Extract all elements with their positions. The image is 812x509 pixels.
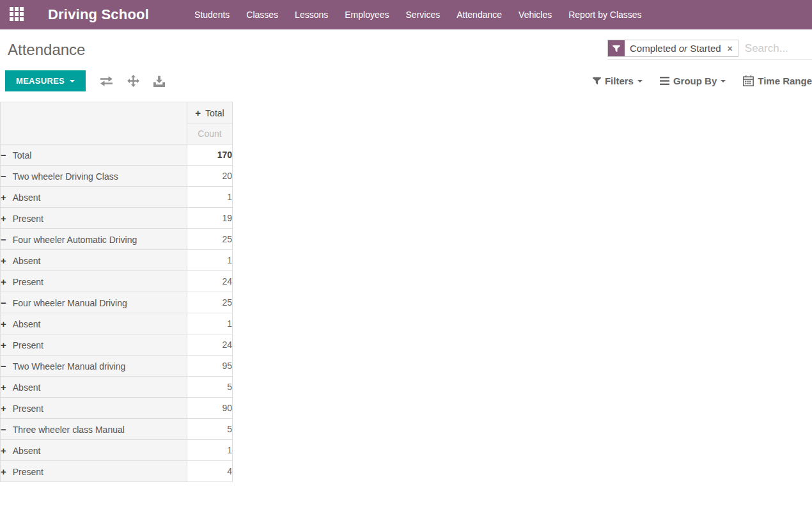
nav-item-vehicles[interactable]: Vehicles <box>510 0 560 29</box>
facet-remove-icon[interactable]: × <box>726 40 738 56</box>
pivot-row-header[interactable]: −Four wheeler Manual Driving <box>1 292 187 313</box>
collapse-row-icon[interactable]: − <box>1 234 6 245</box>
pivot-row-header[interactable]: +Absent <box>1 377 187 398</box>
apps-menu-icon[interactable] <box>10 7 25 22</box>
chevron-down-icon <box>637 80 643 82</box>
expand-row-icon[interactable]: + <box>1 213 6 224</box>
expand-row-icon[interactable]: + <box>1 340 6 350</box>
collapse-row-icon[interactable]: − <box>1 150 6 161</box>
pivot-row-label: Three wheeler class Manual <box>13 425 125 435</box>
pivot-row-header[interactable]: +Absent <box>1 313 187 334</box>
pivot-row-label: Present <box>13 277 43 287</box>
pivot-row: +Absent1 <box>1 250 233 271</box>
collapse-row-icon[interactable]: − <box>1 171 6 182</box>
flip-axis-button[interactable] <box>100 76 113 86</box>
pivot-row-header[interactable]: +Present <box>1 334 187 356</box>
nav-item-classes[interactable]: Classes <box>238 0 286 29</box>
search-facet[interactable]: Completed or Started × <box>607 40 738 57</box>
pivot-row-header[interactable]: +Present <box>1 208 187 229</box>
pivot-row-label: Four wheeler Automatic Driving <box>13 235 137 245</box>
pivot-row: −Two Wheeler Manual driving95 <box>1 356 233 377</box>
pivot-row-header[interactable]: +Present <box>1 271 187 292</box>
expand-row-icon[interactable]: + <box>1 276 6 287</box>
pivot-row-header[interactable]: +Present <box>1 461 187 482</box>
expand-row-icon[interactable]: + <box>1 466 6 477</box>
measures-button[interactable]: MEASURES <box>5 70 86 91</box>
pivot-value-cell: 19 <box>187 208 233 229</box>
pivot-row-label: Four wheeler Manual Driving <box>13 298 127 308</box>
expand-all-button[interactable] <box>127 75 139 87</box>
pivot-row: +Present24 <box>1 271 233 292</box>
pivot-row-label: Absent <box>13 446 41 456</box>
chevron-down-icon <box>721 80 726 82</box>
pivot-row-label: Absent <box>13 256 41 266</box>
expand-row-icon[interactable]: + <box>1 192 6 203</box>
pivot-row-header[interactable]: +Absent <box>1 250 187 271</box>
pivot-row-label: Present <box>13 214 43 224</box>
nav-item-students[interactable]: Students <box>186 0 238 29</box>
pivot-value-cell: 1 <box>187 313 233 334</box>
collapse-row-icon[interactable]: − <box>1 424 6 435</box>
pivot-row: +Absent1 <box>1 440 233 461</box>
download-icon <box>153 75 165 87</box>
app-brand[interactable]: Driving School <box>48 6 149 23</box>
expand-row-icon[interactable]: + <box>1 318 6 329</box>
filters-button[interactable]: Filters <box>593 75 643 86</box>
pivot-value-cell: 4 <box>187 461 233 482</box>
nav-item-attendance[interactable]: Attendance <box>448 0 510 29</box>
flip-axis-icon <box>100 76 113 86</box>
pivot-row-label: Present <box>13 340 43 350</box>
pivot-value-cell: 90 <box>187 398 233 419</box>
pivot-row-label: Present <box>13 467 43 477</box>
page-title: Attendance <box>8 41 85 59</box>
collapse-row-icon[interactable]: − <box>1 361 6 372</box>
pivot-row-header[interactable]: −Three wheeler class Manual <box>1 419 187 440</box>
pivot-value-cell: 170 <box>187 145 233 166</box>
nav-item-lessons[interactable]: Lessons <box>286 0 336 29</box>
pivot-value-cell: 24 <box>187 334 233 356</box>
pivot-value-cell: 1 <box>187 187 233 208</box>
search-input[interactable] <box>744 42 812 56</box>
pivot-measure-header[interactable]: Count <box>187 123 233 145</box>
group-by-button[interactable]: Group By <box>660 75 726 86</box>
pivot-row: −Three wheeler class Manual5 <box>1 419 233 440</box>
pivot-row-header[interactable]: +Present <box>1 398 187 419</box>
collapse-row-icon[interactable]: − <box>1 297 6 308</box>
pivot-row-label: Absent <box>13 382 41 393</box>
pivot-column-header-total[interactable]: +Total <box>187 102 233 123</box>
pivot-body: −Total170−Two wheeler Driving Class20+Ab… <box>1 145 233 482</box>
expand-all-icon <box>127 75 139 87</box>
pivot-value-cell: 1 <box>187 440 233 461</box>
pivot-value-cell: 20 <box>187 166 233 187</box>
pivot-row: −Four wheeler Manual Driving25 <box>1 292 233 313</box>
pivot-row: +Absent5 <box>1 377 233 398</box>
nav-item-report-by-classes[interactable]: Report by Classes <box>560 0 650 29</box>
pivot-row-label: Two Wheeler Manual driving <box>13 361 126 372</box>
pivot-row-header[interactable]: +Absent <box>1 440 187 461</box>
pivot-row-header[interactable]: −Two Wheeler Manual driving <box>1 356 187 377</box>
pivot-row-header[interactable]: +Absent <box>1 187 187 208</box>
pivot-row-label: Absent <box>13 192 41 203</box>
time-range-button[interactable]: Time Range <box>743 75 812 86</box>
expand-row-icon[interactable]: + <box>1 445 6 456</box>
expand-row-icon[interactable]: + <box>1 382 6 393</box>
pivot-row: +Absent1 <box>1 187 233 208</box>
expand-row-icon[interactable]: + <box>1 403 6 414</box>
download-button[interactable] <box>153 75 165 87</box>
pivot-corner-cell <box>1 102 187 145</box>
pivot-row: +Present19 <box>1 208 233 229</box>
pivot-value-cell: 5 <box>187 419 233 440</box>
pivot-row-header[interactable]: −Two wheeler Driving Class <box>1 166 187 187</box>
nav-item-services[interactable]: Services <box>398 0 449 29</box>
expand-row-icon[interactable]: + <box>1 255 6 266</box>
nav-item-employees[interactable]: Employees <box>336 0 397 29</box>
pivot-value-cell: 24 <box>187 271 233 292</box>
chevron-down-icon <box>70 80 75 82</box>
expand-column-icon[interactable]: + <box>195 107 201 118</box>
pivot-row: +Absent1 <box>1 313 233 334</box>
nav-menu: StudentsClassesLessonsEmployeesServicesA… <box>186 0 650 29</box>
filter-facet-icon <box>608 40 625 56</box>
pivot-row-header[interactable]: −Four wheeler Automatic Driving <box>1 229 187 250</box>
toolbar-left: MEASURES <box>5 70 165 91</box>
pivot-row-header[interactable]: −Total <box>1 145 187 166</box>
